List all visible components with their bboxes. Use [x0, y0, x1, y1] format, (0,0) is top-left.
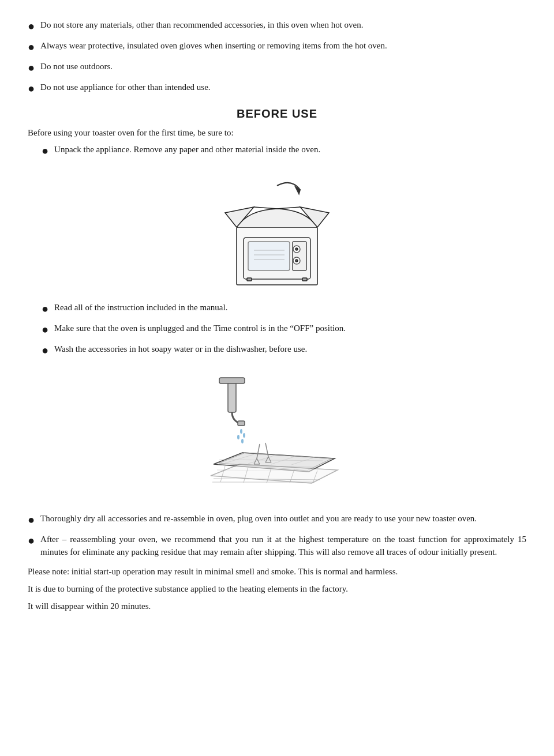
top-safety-list: ●Do not store any materials, other than … [28, 18, 526, 97]
svg-rect-11 [247, 278, 252, 281]
svg-point-19 [237, 435, 239, 439]
svg-point-8 [295, 248, 298, 250]
svg-point-20 [241, 439, 244, 443]
list-item: ●Make sure that the oven is unplugged an… [42, 322, 526, 338]
svg-point-18 [243, 433, 245, 438]
bullet-dot: ● [42, 341, 48, 359]
before-use-list-1: ●Unpack the appliance. Remove any paper … [42, 143, 526, 159]
list-item: ●Do not use outdoors. [28, 60, 526, 76]
plain-text: It is due to burning of the protective s… [28, 582, 526, 596]
list-item: ●Read all of the instruction included in… [42, 301, 526, 317]
list-item: ●After – reassembling your oven, we reco… [28, 533, 526, 559]
before-use-list-2: ●Read all of the instruction included in… [42, 301, 526, 359]
bullet-dot: ● [28, 532, 35, 549]
faucet-wash-illustration [28, 369, 526, 502]
plain-text: It will disappear within 20 minutes. [28, 599, 526, 613]
list-item: ●Do not use appliance for other than int… [28, 81, 526, 97]
bullet-dot: ● [28, 59, 35, 76]
svg-marker-13 [295, 187, 300, 194]
list-item: ●Do not store any materials, other than … [28, 18, 526, 35]
bullet-dot: ● [42, 300, 48, 317]
list-item: ●Wash the accessories in hot soapy water… [42, 343, 526, 359]
bullet-dot: ● [28, 80, 35, 97]
bullet-dot: ● [28, 511, 35, 528]
bullet-dot: ● [42, 142, 48, 159]
after-faucet-list: ●Thoroughly dry all accessories and re-a… [28, 512, 526, 559]
section-title-before-use: BEFORE USE [28, 107, 526, 121]
svg-rect-16 [238, 421, 245, 426]
svg-rect-2 [248, 242, 290, 270]
svg-rect-15 [219, 378, 245, 383]
before-use-intro: Before using your toaster oven for the f… [28, 126, 526, 140]
bullet-dot: ● [42, 321, 48, 338]
plain-text-block: Please note: initial start-up operation … [28, 565, 526, 613]
list-item: ●Thoroughly dry all accessories and re-a… [28, 512, 526, 528]
list-item: ●Unpack the appliance. Remove any paper … [42, 143, 526, 159]
plain-text: Please note: initial start-up operation … [28, 565, 526, 578]
bullet-dot: ● [28, 38, 35, 55]
list-item: ●Always wear protective, insulated oven … [28, 39, 526, 55]
svg-rect-12 [302, 278, 307, 281]
svg-rect-14 [228, 381, 236, 412]
svg-point-17 [240, 429, 242, 434]
bullet-dot: ● [28, 17, 35, 35]
svg-point-10 [295, 259, 298, 262]
oven-unpack-illustration [28, 170, 526, 291]
